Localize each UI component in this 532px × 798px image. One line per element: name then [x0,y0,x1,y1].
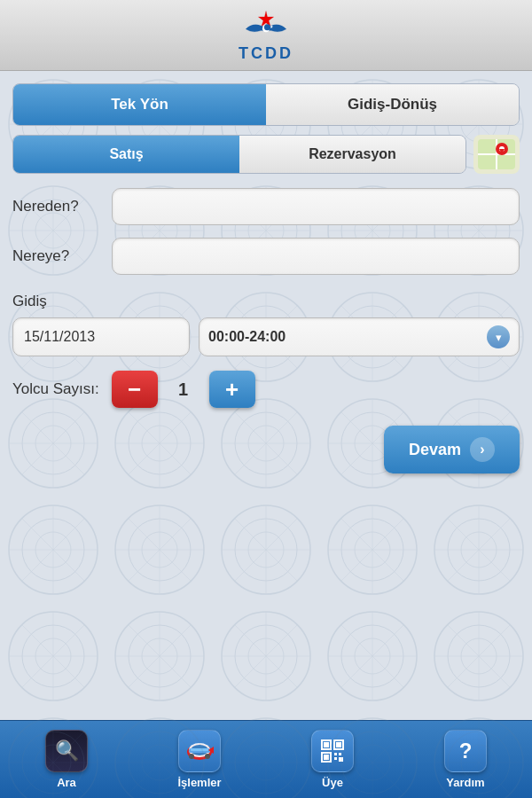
passenger-row: Yolcu Sayısı: − 1 + [12,371,520,408]
from-label: Nereden? [12,198,101,215]
passenger-section: Yolcu Sayısı: − 1 + [0,371,532,408]
svg-point-23 [205,754,210,759]
svg-marker-0 [258,12,273,27]
logo-container: TCDD [239,9,293,63]
svg-point-2 [264,24,270,30]
svg-rect-35 [334,757,337,760]
time-select[interactable]: 00:00-24:00 ▾ [199,317,520,356]
chevron-down-icon: ▾ [487,325,510,348]
tab-row-2-buttons: Satış Rezervasyon [12,135,466,174]
nav-item-islemler[interactable]: İşlemler [133,721,266,798]
date-section: Gidiş 00:00-24:00 ▾ [0,293,532,356]
nav-item-yardim[interactable]: ? Yardım [399,721,532,798]
date-row: 00:00-24:00 ▾ [12,317,520,356]
svg-rect-33 [334,753,337,755]
logo-emblem [243,9,289,43]
bottom-nav: 🔍 Ara İşlemler [0,720,532,798]
svg-point-22 [189,754,194,759]
tab-tek-yon[interactable]: Tek Yön [13,84,266,125]
svg-rect-28 [324,742,329,747]
qr-icon [311,730,354,772]
map-icon-button[interactable] [473,135,520,174]
devam-label: Devam [409,441,461,459]
nav-item-ara[interactable]: 🔍 Ara [0,721,133,798]
svg-rect-30 [336,742,341,747]
svg-rect-34 [339,753,341,755]
help-icon: ? [444,730,487,772]
nav-label-yardim: Yardım [446,776,484,789]
passenger-count: 1 [170,379,197,400]
tab-row-1: Tek Yön Gidiş-Dönüş [12,83,520,126]
plus-button[interactable]: + [209,371,255,408]
date-input[interactable] [12,317,190,356]
time-value: 00:00-24:00 [208,329,487,345]
logo-text: TCDD [239,44,293,63]
nav-label-islemler: İşlemler [177,776,221,789]
nav-label-ara: Ara [57,776,76,789]
svg-rect-25 [191,748,208,751]
from-input[interactable] [112,188,520,225]
minus-button[interactable]: − [112,371,158,408]
header: TCDD [0,0,532,71]
passenger-label: Yolcu Sayısı: [12,380,99,398]
search-icon: 🔍 [45,730,88,772]
train-icon [178,730,221,772]
svg-rect-32 [324,755,329,760]
content-wrapper: Tek Yön Gidiş-Dönüş Satış Rezervasyon [0,71,532,720]
to-field-row: Nereye? [12,238,520,275]
to-label: Nereye? [12,247,101,265]
form-section: Nereden? Nereye? [0,183,532,293]
svg-rect-36 [339,757,343,762]
tab-rezervasyon[interactable]: Rezervasyon [239,136,466,173]
devam-button[interactable]: Devam › [384,426,520,473]
tab-row-2: Satış Rezervasyon [12,135,520,174]
devam-arrow-icon: › [470,437,495,462]
tab-satis[interactable]: Satış [13,136,239,173]
nav-item-uye[interactable]: Üye [266,721,399,798]
tab-gidis-donus[interactable]: Gidiş-Dönüş [266,84,519,125]
date-label: Gidiş [12,293,520,310]
from-field-row: Nereden? [12,188,520,225]
devam-section: Devam › [0,426,532,473]
nav-label-uye: Üye [322,776,343,789]
to-input[interactable] [112,238,520,275]
map-svg [475,137,518,172]
